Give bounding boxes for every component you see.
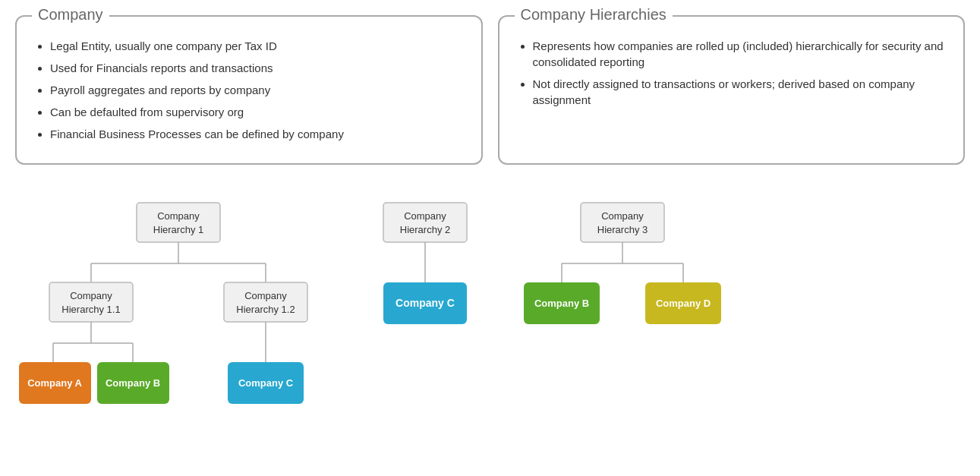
company-item-2: Used for Financials reports and transact… — [50, 60, 463, 76]
svg-text:Hierarchy 3: Hierarchy 3 — [597, 224, 648, 235]
hier-item-1: Represents how companies are rolled up (… — [533, 38, 946, 70]
hierarchy-1-tree: Company Hierarchy 1 Company Hierarchy 1.… — [15, 195, 334, 430]
company-box-title: Company — [32, 6, 109, 24]
top-section: Company Legal Entity, usually one compan… — [15, 15, 965, 165]
svg-rect-30 — [581, 203, 664, 242]
svg-text:Hierarchy 1.2: Hierarchy 1.2 — [236, 304, 295, 315]
svg-text:Company: Company — [404, 210, 446, 222]
company-list: Legal Entity, usually one company per Ta… — [35, 38, 463, 142]
company-item-3: Payroll aggregates and reports by compan… — [50, 82, 463, 98]
svg-text:Company D: Company D — [656, 298, 711, 309]
svg-rect-7 — [49, 282, 133, 322]
tree-diagram: Company Hierarchy 1 Company Hierarchy 1.… — [15, 188, 965, 430]
svg-text:Hierarchy 1.1: Hierarchy 1.1 — [61, 304, 120, 315]
svg-text:Company C: Company C — [238, 377, 294, 389]
hierarchies-list: Represents how companies are rolled up (… — [518, 38, 946, 108]
hierarchy-3-tree: Company Hierarchy 3 Company B Company D — [516, 195, 729, 347]
svg-text:Hierarchy 1: Hierarchy 1 — [153, 224, 203, 235]
hierarchies-info-box: Company Hierarchies Represents how compa… — [498, 15, 966, 165]
svg-text:Company B: Company B — [106, 377, 160, 389]
hier-item-2: Not directly assigned to transactions or… — [533, 76, 946, 108]
svg-text:Company: Company — [157, 210, 200, 222]
company-item-1: Legal Entity, usually one company per Ta… — [50, 38, 463, 54]
svg-text:Company: Company — [70, 290, 112, 301]
svg-text:Company A: Company A — [27, 377, 82, 389]
svg-rect-0 — [137, 203, 220, 242]
svg-rect-24 — [383, 203, 467, 242]
svg-rect-10 — [224, 282, 307, 322]
svg-text:Company B: Company B — [534, 298, 589, 309]
svg-text:Company: Company — [601, 210, 644, 222]
hierarchies-box-title: Company Hierarchies — [515, 6, 673, 24]
company-info-box: Company Legal Entity, usually one compan… — [15, 15, 483, 165]
svg-text:Hierarchy 2: Hierarchy 2 — [400, 224, 450, 235]
company-item-4: Can be defaulted from supervisory org — [50, 104, 463, 120]
svg-text:Company: Company — [244, 290, 287, 301]
hierarchy-2-tree: Company Hierarchy 2 Company C — [364, 195, 486, 347]
svg-text:Company C: Company C — [395, 297, 455, 309]
company-item-5: Financial Business Processes can be defi… — [50, 126, 463, 142]
